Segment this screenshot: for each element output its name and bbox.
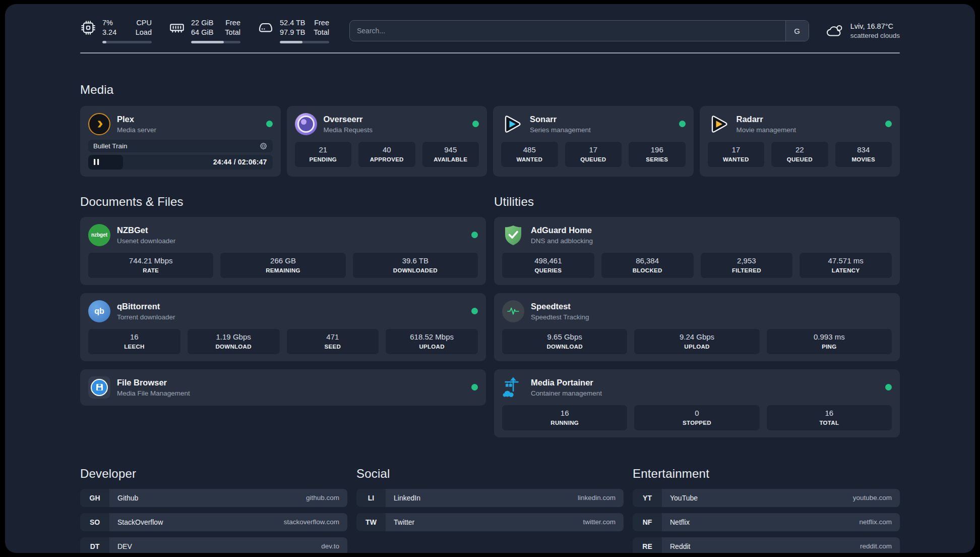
service-card-overseerr[interactable]: Overseerr Media Requests 21PENDING 40APP… — [287, 106, 487, 177]
portainer-icon — [502, 376, 524, 399]
bookmark-name: Reddit — [670, 542, 690, 550]
service-subtitle: Movie management — [737, 126, 797, 134]
status-dot-online — [472, 121, 479, 127]
cpu-usage-value: 7% — [102, 18, 129, 28]
bookmark-url: reddit.com — [860, 542, 892, 550]
disk-total-value: 97.9 TB — [280, 28, 306, 37]
playback-progress-bar[interactable]: 24:44 / 02:06:47 — [88, 155, 273, 170]
section-documents-files: Documents & Files nzbget NZBGet Usenet d… — [80, 195, 486, 406]
bookmark-name: YouTube — [670, 494, 698, 502]
adguard-icon — [502, 224, 524, 246]
stat-download: 1.19 GbpsDOWNLOAD — [188, 329, 280, 354]
bookmark-group-title: Social — [356, 467, 624, 481]
filebrowser-icon — [88, 376, 110, 399]
memory-progress-fill — [191, 41, 224, 43]
bookmark-group-developer: Developer GH Github github.com SO StackO… — [80, 467, 347, 553]
service-card-radarr[interactable]: Radarr Movie management 17WANTED 22QUEUE… — [700, 106, 900, 177]
stat-upload: 618.52 MbpsUPLOAD — [386, 329, 478, 354]
stat-available: 945AVAILABLE — [422, 142, 479, 167]
bookmark-name: Netflix — [670, 518, 690, 526]
cpu-load-label: Load — [135, 28, 152, 37]
radarr-icon — [708, 113, 730, 135]
stat-queued: 22QUEUED — [771, 142, 828, 167]
service-card-filebrowser[interactable]: File Browser Media File Management — [80, 369, 486, 406]
bookmark-abbr: RE — [633, 537, 662, 553]
service-card-speedtest[interactable]: Speedtest Speedtest Tracking 9.65 GbpsDO… — [494, 293, 900, 361]
bookmark-name: Github — [117, 494, 138, 502]
scattered-clouds-icon — [825, 23, 844, 38]
service-subtitle: Media server — [117, 126, 156, 134]
service-subtitle: Container management — [531, 389, 602, 398]
bookmark-name: Twitter — [394, 518, 414, 526]
bookmark-abbr: LI — [356, 489, 386, 507]
stat-approved: 40APPROVED — [358, 142, 415, 167]
service-card-nzbget[interactable]: nzbget NZBGet Usenet downloader 744.21 M… — [80, 217, 486, 285]
bookmark-netflix[interactable]: NF Netflix netflix.com — [633, 513, 900, 531]
bookmark-dev[interactable]: DT DEV dev.to — [80, 537, 347, 553]
service-title: qBittorrent — [117, 301, 175, 312]
bookmark-url: linkedin.com — [578, 494, 616, 502]
search-provider-button[interactable]: G — [785, 21, 809, 41]
bookmark-name: LinkedIn — [394, 494, 420, 502]
disk-stat: 52.4 TB 97.9 TB Free Total — [258, 18, 329, 43]
memory-free-value: 22 GiB — [191, 18, 217, 28]
service-subtitle: Media Requests — [324, 126, 373, 134]
service-card-plex[interactable]: Plex Media server Bullet Train — [80, 106, 281, 177]
search-input[interactable] — [350, 21, 785, 41]
service-subtitle: Torrent downloader — [117, 313, 175, 321]
bookmark-linkedin[interactable]: LI LinkedIn linkedin.com — [356, 489, 624, 507]
stat-movies: 834MOVIES — [835, 142, 892, 167]
playback-time: 24:44 / 02:06:47 — [213, 158, 267, 166]
plex-now-playing: Bullet Train 24:44 / 02:06:47 — [88, 140, 273, 170]
system-stats: 7% 3.24 CPU Load — [80, 18, 329, 43]
bookmark-reddit[interactable]: RE Reddit reddit.com — [633, 537, 900, 553]
status-dot-online — [471, 308, 478, 314]
bookmark-github[interactable]: GH Github github.com — [80, 489, 347, 507]
service-card-qbittorrent[interactable]: qb qBittorrent Torrent downloader 16LEEC… — [80, 293, 486, 361]
plex-icon — [88, 113, 110, 135]
weather-widget[interactable]: Lviv, 16.87°C scattered clouds — [825, 22, 900, 40]
service-title: Media Portainer — [531, 377, 602, 388]
bookmark-abbr: GH — [80, 489, 109, 507]
stat-rate: 744.21 MbpsRATE — [88, 253, 213, 278]
stat-blocked: 86,384BLOCKED — [601, 253, 694, 278]
bookmark-stackoverflow[interactable]: SO StackOverflow stackoverflow.com — [80, 513, 347, 531]
pause-icon — [94, 159, 99, 165]
bookmark-url: github.com — [306, 494, 339, 502]
service-title: Radarr — [737, 114, 797, 125]
service-card-sonarr[interactable]: Sonarr Series management 485WANTED 17QUE… — [493, 106, 694, 177]
service-card-portainer[interactable]: Media Portainer Container management 16R… — [494, 369, 900, 437]
disk-progress-bar — [280, 41, 329, 43]
service-title: NZBGet — [117, 225, 175, 236]
bookmark-name: StackOverflow — [117, 518, 163, 526]
overseerr-icon — [295, 113, 317, 135]
bookmark-group-title: Entertainment — [633, 467, 900, 481]
stat-leech: 16LEECH — [88, 329, 180, 354]
nzbget-icon: nzbget — [88, 224, 110, 246]
bookmark-youtube[interactable]: YT YouTube youtube.com — [633, 489, 900, 507]
service-title: File Browser — [117, 377, 190, 388]
disk-free-value: 52.4 TB — [280, 18, 306, 28]
cpu-stat: 7% 3.24 CPU Load — [80, 18, 152, 43]
status-dot-online — [471, 232, 478, 238]
gear-icon[interactable] — [259, 142, 268, 150]
search-bar: G — [349, 20, 809, 41]
bookmark-twitter[interactable]: TW Twitter twitter.com — [356, 513, 624, 531]
cpu-load-value: 3.24 — [102, 28, 129, 37]
bookmark-abbr: YT — [633, 489, 662, 507]
service-subtitle: Media File Management — [117, 389, 190, 398]
stat-download: 9.65 GbpsDOWNLOAD — [502, 329, 627, 354]
cpu-progress-fill — [102, 41, 106, 43]
section-media: Media Plex Media server Bullet Train — [80, 83, 900, 177]
disk-free-label: Free — [312, 18, 329, 28]
stat-seed: 471SEED — [287, 329, 379, 354]
memory-stat: 22 GiB 64 GiB Free Total — [169, 18, 240, 43]
speedtest-icon — [502, 300, 524, 322]
stat-wanted: 17WANTED — [708, 142, 765, 167]
status-dot-online — [471, 384, 478, 391]
top-bar: 7% 3.24 CPU Load — [80, 4, 900, 43]
service-card-adguard[interactable]: AdGuard Home DNS and adblocking 498,461Q… — [494, 217, 900, 285]
stat-series: 196SERIES — [629, 142, 686, 167]
service-subtitle: Usenet downloader — [117, 237, 175, 245]
section-title-utilities: Utilities — [494, 195, 900, 209]
